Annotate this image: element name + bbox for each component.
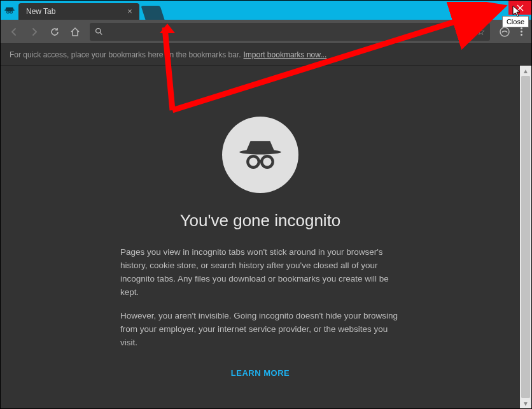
- svg-line-8: [100, 32, 102, 34]
- omnibox-input[interactable]: [108, 27, 477, 36]
- close-tooltip: Close: [502, 16, 529, 27]
- bookmarks-bar: For quick access, place your bookmarks h…: [1, 44, 531, 66]
- svg-rect-4: [494, 5, 500, 10]
- incognito-paragraph-2: However, you aren't invisible. Going inc…: [120, 310, 400, 350]
- title-bar: New Tab ×: [1, 1, 531, 20]
- svg-point-0: [4, 10, 15, 11]
- home-button[interactable]: [66, 22, 85, 41]
- back-button[interactable]: [4, 22, 24, 41]
- search-icon: [95, 27, 103, 36]
- address-bar[interactable]: ☆: [90, 23, 490, 41]
- svg-point-7: [96, 29, 101, 33]
- minimize-button[interactable]: [463, 1, 486, 15]
- toolbar: ☆: [1, 20, 531, 44]
- tab-title: New Tab: [26, 7, 55, 16]
- incognito-headline: You've gone incognito: [180, 211, 341, 231]
- scroll-up-icon[interactable]: ▲: [520, 66, 531, 76]
- maximize-button[interactable]: [486, 1, 508, 15]
- scroll-down-icon[interactable]: ▼: [520, 398, 531, 408]
- close-tab-icon[interactable]: ×: [125, 6, 134, 15]
- svg-point-2: [10, 11, 13, 13]
- svg-point-9: [500, 27, 509, 36]
- incognito-splash: You've gone incognito Pages you view in …: [1, 66, 520, 408]
- vertical-scrollbar[interactable]: ▲ ▼: [520, 66, 531, 408]
- incognito-icon: [222, 117, 298, 193]
- learn-more-link[interactable]: LEARN MORE: [231, 368, 290, 378]
- svg-point-1: [7, 11, 10, 13]
- svg-point-12: [262, 156, 273, 168]
- new-tab-button[interactable]: [141, 6, 164, 20]
- content-area: You've gone incognito Pages you view in …: [1, 66, 531, 408]
- bookmarks-hint-text: For quick access, place your bookmarks h…: [10, 50, 241, 59]
- incognito-paragraph-1: Pages you view in incognito tabs won't s…: [120, 246, 400, 299]
- incognito-badge-icon: [1, 1, 18, 20]
- window-close-button[interactable]: [508, 1, 531, 15]
- reload-button[interactable]: [45, 22, 64, 41]
- svg-point-11: [248, 156, 259, 168]
- scrollbar-thumb[interactable]: [521, 76, 530, 398]
- svg-point-10: [239, 150, 281, 155]
- window-controls: [463, 1, 531, 15]
- bookmark-star-icon[interactable]: ☆: [477, 26, 485, 38]
- browser-tab[interactable]: New Tab ×: [18, 3, 139, 20]
- forward-button[interactable]: [25, 22, 44, 41]
- browser-window: New Tab ×: [0, 0, 532, 409]
- import-bookmarks-link[interactable]: Import bookmarks now...: [244, 50, 327, 59]
